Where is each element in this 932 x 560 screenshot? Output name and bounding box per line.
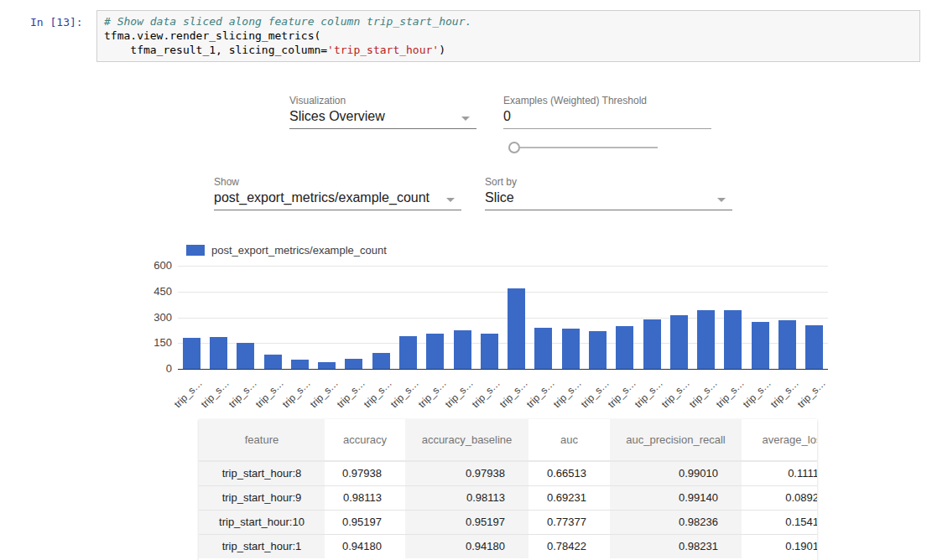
bar — [237, 343, 254, 369]
show-metric-select[interactable]: post_export_metrics/example_count — [214, 190, 461, 210]
metric-cell: 0.98236 — [610, 510, 742, 534]
metric-cell: 0.78422 — [528, 534, 610, 558]
gridline — [178, 266, 828, 267]
bar — [183, 338, 200, 369]
feature-cell: trip_start_hour:1 — [199, 534, 325, 558]
bar — [372, 353, 390, 369]
metric-cell: 0.1111 — [742, 461, 817, 485]
bar — [562, 329, 580, 369]
bar — [291, 360, 309, 369]
metric-cell: 0.66513 — [528, 461, 610, 485]
bar — [724, 310, 742, 369]
bar — [345, 359, 362, 369]
y-tick-label: 600 — [132, 259, 172, 272]
sort-by-select[interactable]: Slice — [485, 190, 732, 210]
y-tick-label: 450 — [132, 285, 172, 298]
table-header-cell[interactable]: accuracy_baseline — [405, 419, 528, 461]
threshold-label: Examples (Weighted) Threshold — [503, 95, 647, 106]
y-tick-label: 150 — [132, 336, 172, 349]
metric-cell: 0.97938 — [325, 461, 405, 485]
y-tick-label: 300 — [132, 311, 172, 324]
table-header-row: featureaccuracyaccuracy_baselineaucauc_p… — [199, 419, 817, 461]
code-line-3: tfma_result_1, slicing_column= — [104, 44, 327, 56]
table-header-cell[interactable]: average_los — [742, 419, 817, 461]
table-row: trip_start_hour:90.981130.981130.692310.… — [199, 485, 817, 510]
bar — [616, 326, 633, 369]
bar — [426, 334, 444, 369]
chevron-down-icon — [717, 198, 726, 202]
visualization-select[interactable]: Slices Overview — [289, 109, 476, 129]
bar — [643, 319, 661, 369]
metric-cell: 0.69231 — [528, 485, 610, 510]
y-tick-label: 0 — [132, 362, 172, 375]
feature-cell: trip_start_hour:9 — [199, 485, 325, 510]
threshold-slider-track[interactable] — [520, 147, 658, 148]
metric-cell: 0.98231 — [610, 534, 742, 558]
table-row: trip_start_hour:10.941800.941800.784220.… — [199, 534, 817, 558]
sort-by-label: Sort by — [485, 176, 517, 188]
code-line-2: tfma.view.render_slicing_metrics( — [104, 29, 320, 42]
metric-cell: 0.94180 — [405, 534, 528, 558]
metric-cell: 0.0892 — [742, 485, 817, 510]
bar — [670, 315, 688, 369]
metric-cell: 0.95197 — [325, 510, 405, 534]
bar — [778, 320, 796, 369]
bar — [264, 355, 282, 369]
gridline — [178, 292, 828, 293]
bar — [805, 325, 823, 369]
metric-cell: 0.1541 — [742, 510, 817, 534]
chevron-down-icon — [461, 117, 470, 121]
show-metric-value: post_export_metrics/example_count — [214, 190, 430, 205]
metric-cell: 0.94180 — [325, 534, 405, 558]
table-row: trip_start_hour:100.951970.951970.773770… — [199, 510, 817, 534]
threshold-slider-handle[interactable] — [508, 142, 520, 153]
metric-cell: 0.98113 — [325, 485, 405, 510]
chevron-down-icon — [446, 198, 455, 202]
code-editor[interactable]: # Show data sliced along feature column … — [96, 10, 920, 62]
metric-cell: 0.97938 — [405, 461, 528, 485]
feature-cell: trip_start_hour:8 — [199, 461, 325, 485]
table-header-cell[interactable]: feature — [199, 419, 325, 461]
metric-cell: 0.95197 — [405, 510, 528, 534]
code-comment: # Show data sliced along feature column … — [104, 15, 471, 28]
metric-cell: 0.1901 — [742, 534, 817, 558]
show-label: Show — [214, 176, 239, 188]
threshold-value: 0 — [503, 109, 511, 123]
visualization-value: Slices Overview — [289, 109, 385, 123]
cell-input-prompt: In [13]: — [30, 16, 83, 29]
metric-cell: 0.98113 — [405, 485, 528, 510]
bar — [481, 334, 498, 369]
bar — [399, 336, 417, 369]
metric-cell: 0.99010 — [610, 461, 742, 485]
bar — [318, 362, 336, 369]
metrics-table: featureaccuracyaccuracy_baselineaucauc_p… — [199, 419, 817, 560]
legend-swatch-icon — [186, 245, 205, 256]
bar — [589, 331, 607, 369]
code-string-literal: 'trip_start_hour' — [327, 44, 439, 56]
table-header-cell[interactable]: auc_precision_recall — [610, 419, 742, 461]
table-header-cell[interactable]: accuracy — [325, 419, 405, 461]
table-header-cell[interactable]: auc — [528, 419, 610, 461]
sort-by-value: Slice — [485, 190, 514, 205]
bar — [534, 328, 552, 369]
metric-cell: 0.77377 — [528, 510, 610, 534]
slices-bar-chart: post_export_metrics/example_count 600450… — [155, 239, 835, 407]
x-axis-baseline — [178, 369, 828, 370]
code-line-3-end: ) — [439, 44, 445, 56]
feature-cell: trip_start_hour:10 — [199, 510, 325, 534]
bar — [752, 322, 769, 369]
visualization-label: Visualization — [289, 95, 346, 106]
bar — [508, 288, 525, 369]
threshold-input[interactable]: 0 — [503, 109, 711, 129]
legend-label: post_export_metrics/example_count — [211, 244, 387, 257]
metric-cell: 0.99140 — [610, 485, 742, 510]
bar — [454, 330, 471, 369]
table-row: trip_start_hour:80.979380.979380.665130.… — [199, 461, 817, 485]
bar — [210, 337, 227, 369]
bar — [697, 310, 715, 369]
